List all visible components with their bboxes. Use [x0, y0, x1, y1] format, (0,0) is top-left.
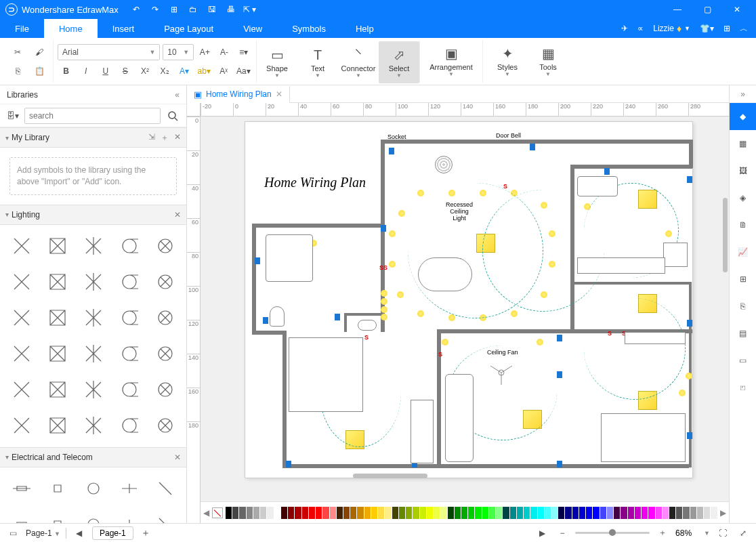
cut-button[interactable]: ✂	[8, 44, 27, 60]
recessed-light[interactable]	[381, 290, 387, 297]
color-swatch[interactable]	[642, 507, 648, 519]
lighting-symbol[interactable]	[112, 373, 146, 407]
lighting-symbol[interactable]	[4, 301, 39, 335]
electrical-symbol[interactable]	[76, 472, 110, 506]
lighting-symbol[interactable]	[148, 373, 182, 407]
outlet[interactable]	[530, 144, 535, 150]
menu-help[interactable]: Help	[341, 19, 389, 38]
swatch-nav-right[interactable]: ▶	[720, 508, 726, 518]
lighting-symbol[interactable]	[4, 265, 39, 299]
outlet[interactable]	[557, 371, 562, 378]
color-swatch[interactable]	[704, 507, 710, 519]
color-swatch[interactable]	[690, 507, 696, 519]
electrical-symbol[interactable]	[112, 507, 146, 523]
sink[interactable]	[358, 320, 377, 331]
select-tool[interactable]: ⬀Select▼	[379, 41, 419, 83]
lighting-symbol[interactable]	[76, 265, 110, 299]
lighting-symbol[interactable]	[40, 229, 75, 264]
page-prev[interactable]: ◀	[72, 526, 87, 541]
color-swatch[interactable]	[503, 507, 509, 519]
lighting-symbol[interactable]	[112, 301, 146, 335]
section-my-library[interactable]: ▾My Library ⇲＋✕	[0, 127, 186, 148]
color-swatch[interactable]	[281, 507, 287, 519]
add-icon[interactable]: ＋	[161, 132, 169, 144]
redo-icon[interactable]: ↷	[148, 3, 162, 16]
color-swatch[interactable]	[427, 507, 433, 519]
decrease-font-button[interactable]: A-	[216, 44, 233, 60]
menu-home[interactable]: Home	[44, 19, 98, 38]
lighting-symbol[interactable]	[4, 373, 39, 407]
send-icon[interactable]: ✈	[621, 24, 628, 33]
color-swatch[interactable]	[565, 507, 571, 519]
lighting-symbol[interactable]	[148, 265, 182, 299]
bold-button[interactable]: B	[58, 63, 75, 79]
switch[interactable]: SS	[379, 264, 387, 271]
color-swatch[interactable]	[621, 507, 627, 519]
close-section-icon[interactable]: ✕	[174, 210, 181, 220]
color-swatch[interactable]	[392, 507, 398, 519]
swatch-nav-left[interactable]: ◀	[203, 508, 209, 518]
lighting-symbol[interactable]	[148, 301, 182, 335]
color-swatch[interactable]	[697, 507, 703, 519]
color-swatch[interactable]	[635, 507, 641, 519]
color-swatch[interactable]	[538, 507, 544, 519]
lighting-symbol[interactable]	[112, 265, 146, 299]
slideshow-button[interactable]: ▭	[730, 347, 757, 374]
color-swatch[interactable]	[295, 507, 301, 519]
recessed-light[interactable]	[417, 190, 424, 196]
horizontal-scrollbar[interactable]	[353, 474, 709, 478]
color-swatch[interactable]	[357, 507, 363, 519]
outlet[interactable]	[335, 314, 340, 320]
arrangement-tool[interactable]: ▣Arrangement▼	[424, 40, 478, 82]
lighting-symbol[interactable]	[148, 409, 182, 443]
format-painter-button[interactable]: 🖌	[30, 44, 49, 60]
document-tab[interactable]: ▣ Home Wiring Plan ✕	[187, 86, 290, 103]
color-swatch[interactable]	[399, 507, 405, 519]
color-swatch[interactable]	[385, 507, 391, 519]
switch[interactable]: S	[438, 351, 442, 358]
lighting-symbol[interactable]	[76, 409, 110, 443]
color-swatch[interactable]	[309, 507, 315, 519]
counter[interactable]	[625, 332, 686, 344]
round-rug[interactable]	[435, 156, 453, 173]
color-swatch[interactable]	[628, 507, 634, 519]
page[interactable]: Home Wiring Plan	[245, 122, 692, 478]
case-button[interactable]: Aa▾	[235, 63, 252, 79]
sofa[interactable]	[445, 374, 474, 462]
color-swatch[interactable]	[524, 507, 530, 519]
electrical-symbol[interactable]	[40, 472, 75, 506]
color-swatch[interactable]	[337, 507, 343, 519]
color-swatch[interactable]	[448, 507, 454, 519]
color-swatch[interactable]	[364, 507, 371, 519]
bed[interactable]	[601, 413, 686, 462]
color-swatch[interactable]	[461, 507, 467, 519]
align-button[interactable]: ▤	[730, 320, 757, 347]
zoom-slider[interactable]	[575, 532, 650, 534]
electrical-symbol[interactable]	[4, 507, 39, 523]
color-swatch[interactable]	[607, 507, 613, 519]
font-color-button[interactable]: A▾	[176, 63, 193, 79]
minimize-button[interactable]: —	[664, 0, 691, 19]
color-swatch[interactable]	[406, 507, 412, 519]
electrical-symbol[interactable]	[4, 472, 39, 506]
user-account[interactable]: Lizzie♦▼	[653, 23, 690, 34]
copy-button[interactable]: ⎘	[8, 63, 27, 79]
lighting-symbol[interactable]	[76, 373, 110, 407]
table-button[interactable]: ⊞	[730, 266, 757, 293]
connector-tool[interactable]: ⸌Connector▼	[338, 41, 379, 83]
shower[interactable]	[266, 234, 313, 282]
shirt-icon[interactable]: 👕▾	[700, 24, 714, 33]
font-size-select[interactable]: 10▼	[163, 44, 194, 60]
section-lighting[interactable]: ▾Lighting ✕	[0, 205, 186, 225]
library-dropdown-icon[interactable]: 🗄▾	[5, 108, 20, 123]
menu-insert[interactable]: Insert	[98, 19, 150, 38]
electrical-symbol[interactable]	[148, 507, 182, 523]
color-swatch[interactable]	[530, 507, 537, 519]
collapse-libraries-icon[interactable]: «	[175, 90, 180, 100]
recessed-light[interactable]	[417, 310, 424, 317]
outlet[interactable]	[557, 335, 562, 341]
color-swatch[interactable]	[475, 507, 481, 519]
color-swatch[interactable]	[413, 507, 419, 519]
color-swatch[interactable]	[656, 507, 662, 519]
add-page-button[interactable]: ＋	[139, 526, 152, 540]
